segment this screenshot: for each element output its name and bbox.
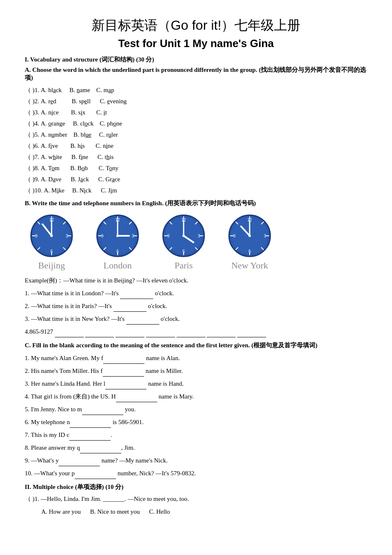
section-ii-header: II. Multiple choice (单项选择) (10 分) [25,483,367,491]
svg-point-33 [116,235,119,237]
q8: （ )8. A. Tom B. Bob C. Tony [25,163,367,173]
q3: （ )3. A. nice B. six C. it [25,107,367,117]
svg-text:3: 3 [198,234,200,238]
part-b-header: B. Write the time and telephone numbers … [25,199,367,207]
main-title: 新目标英语（Go for it!）七年级上册 [25,17,367,35]
q10: （ )10. A. Mike B. Nick C. Jim [25,185,367,195]
clock-beijing: 12 6 9 3 Beijing [25,213,78,271]
q6: （ )6. A. five B. his C. nine [25,141,367,151]
svg-text:6: 6 [116,249,119,254]
beijing-label: Beijing [38,260,65,271]
svg-text:9: 9 [167,234,170,238]
svg-text:9: 9 [35,234,38,238]
q4: （ )4. A. orange B. clock C. phone [25,119,367,128]
q9: （ )9. A. Dave B. Jack C. Grace [25,174,367,184]
newyork-label: New York [231,260,268,271]
svg-text:9: 9 [233,234,236,238]
q5: （ )5. A. number B. blue C. ruler [25,130,367,140]
q2: （ )2. A. red B. spell C. evening [25,96,367,106]
svg-text:6: 6 [182,249,185,254]
section-i-header: I. Vocabulary and structure (词汇和结构) (30 … [25,56,367,64]
sub-title: Test for Unit 1 My name's Gina [25,37,367,50]
clock-london: 12 6 9 3 London [91,213,144,271]
paris-label: Paris [175,260,193,271]
clock-paris: 12 6 9 3 Paris [157,213,210,271]
svg-text:3: 3 [66,234,68,238]
part-a-questions: （ )1. A. black B. name C. map （ )2. A. r… [25,85,367,195]
svg-text:3: 3 [264,234,266,238]
svg-point-67 [248,235,251,237]
svg-text:6: 6 [248,249,251,254]
section-ii: II. Multiple choice (单项选择) (10 分) （ )1. … [25,483,367,517]
q1: （ )1. A. black B. name C. map [25,85,367,95]
svg-text:9: 9 [101,234,104,238]
svg-point-50 [182,235,185,237]
london-label: London [104,260,132,271]
svg-point-16 [50,235,53,237]
part-a-header: A. Choose the word in which the underlin… [25,66,367,82]
clocks-row: 12 6 9 3 Beijing [25,213,367,271]
svg-text:3: 3 [132,234,134,238]
clock-newyork: 12 6 9 3 New York [223,213,276,271]
part-b-example: Example(例)：—What time is it in Beijing? … [25,275,367,337]
part-c-questions: 1. My name's Alan Green. My f name is Al… [25,353,367,479]
svg-text:6: 6 [50,249,53,254]
part-c-header: C. Fill in the blank according to the me… [25,342,367,349]
q7: （ )7. A. white B. fine C. this [25,152,367,162]
